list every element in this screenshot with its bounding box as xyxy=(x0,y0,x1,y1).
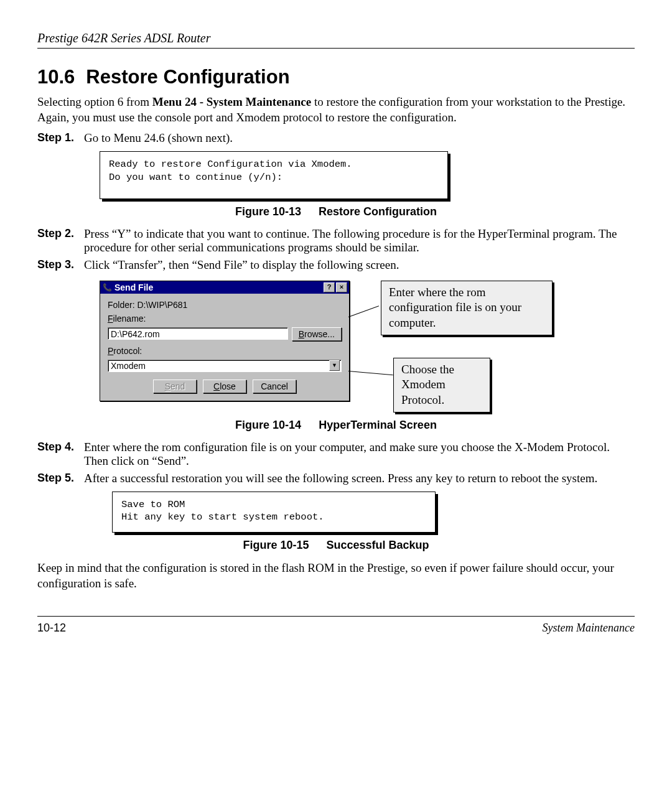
step-2: Step 2. Press “Y” to indicate that you w… xyxy=(37,227,635,254)
dialog-title: Send File xyxy=(114,282,153,292)
figure-10-14-title: HyperTerminal Screen xyxy=(319,419,437,431)
intro-pre: Selecting option 6 from xyxy=(37,95,152,108)
callouts: Enter where the rom configuration file i… xyxy=(381,281,553,412)
callout-protocol: Choose the Xmodem Protocol. xyxy=(393,358,490,412)
closing-paragraph: Keep in mind that the configuration is s… xyxy=(37,561,635,591)
figure-10-15-caption: Figure 10-15Successful Backup xyxy=(37,539,635,552)
send-button[interactable]: Send xyxy=(153,380,197,393)
step-3-label: Step 3. xyxy=(37,258,84,272)
step-2-label: Step 2. xyxy=(37,227,84,254)
figure-10-13-num: Figure 10-13 xyxy=(235,205,301,218)
terminal-box-2: Save to ROM Hit any key to start system … xyxy=(112,492,436,533)
step-1-body: Go to Menu 24.6 (shown next). xyxy=(84,131,635,145)
filename-input[interactable]: D:\P642.rom xyxy=(108,327,288,340)
filename-label: Filename: xyxy=(108,314,146,324)
section-title: Restore Configuration xyxy=(86,66,289,88)
leader-line-1 xyxy=(348,305,379,317)
protocol-select[interactable]: Xmodem ▼ xyxy=(108,360,342,372)
terminal-box-2-wrap: Save to ROM Hit any key to start system … xyxy=(112,492,436,533)
figure-10-14-caption: Figure 10-14HyperTerminal Screen xyxy=(37,419,635,432)
figure-10-15-num: Figure 10-15 xyxy=(243,539,309,551)
step-3: Step 3. Click “Transfer”, then “Send Fil… xyxy=(37,258,635,272)
step-5-label: Step 5. xyxy=(37,472,84,485)
dialog-titlebar[interactable]: 📞 Send File ? × xyxy=(100,281,349,294)
intro-paragraph: Selecting option 6 from Menu 24 - System… xyxy=(37,95,635,125)
close-button[interactable]: × xyxy=(336,282,347,292)
figure-10-13-title: Restore Configuration xyxy=(319,205,437,218)
step-4: Step 4. Enter where the rom configuratio… xyxy=(37,440,635,468)
footer-section: System Maintenance xyxy=(543,622,635,635)
callout-filename: Enter where the rom configuration file i… xyxy=(381,281,553,335)
figure-10-13-caption: Figure 10-13Restore Configuration xyxy=(37,205,635,218)
cancel-button[interactable]: Cancel xyxy=(253,380,296,393)
terminal-box-1: Ready to restore Configuration via Xmode… xyxy=(100,151,448,198)
step-4-body: Enter where the rom configuration file i… xyxy=(84,440,635,468)
intro-bold: Menu 24 - System Maintenance xyxy=(152,95,311,108)
chevron-down-icon[interactable]: ▼ xyxy=(329,360,340,371)
step-4-label: Step 4. xyxy=(37,440,84,468)
figure-10-15-title: Successful Backup xyxy=(326,539,429,551)
step-2-body: Press “Y” to indicate that you want to c… xyxy=(84,227,635,254)
figure-10-14-num: Figure 10-14 xyxy=(235,419,301,431)
section-number: 10.6 xyxy=(37,66,75,88)
close-dialog-button[interactable]: Close xyxy=(203,380,246,393)
send-file-dialog: 📞 Send File ? × Folder: D:\WIP\P681 File… xyxy=(100,281,350,401)
running-header: Prestige 642R Series ADSL Router xyxy=(37,31,635,49)
section-heading: 10.6Restore Configuration xyxy=(37,66,635,88)
step-1-label: Step 1. xyxy=(37,131,84,145)
dialog-body: Folder: D:\WIP\P681 Filename: D:\P642.ro… xyxy=(100,294,349,401)
step-3-body: Click “Transfer”, then “Send File” to di… xyxy=(84,258,635,272)
help-button[interactable]: ? xyxy=(324,282,335,292)
folder-label: Folder: D:\WIP\P681 xyxy=(108,300,187,310)
protocol-value: Xmodem xyxy=(111,361,329,371)
step-5: Step 5. After a successful restoration y… xyxy=(37,472,635,485)
protocol-label: Protocol: xyxy=(108,346,142,356)
page-number: 10-12 xyxy=(37,622,543,635)
browse-button[interactable]: Browse... xyxy=(292,327,342,341)
step-5-body: After a successful restoration you will … xyxy=(84,472,635,485)
terminal-box-1-wrap: Ready to restore Configuration via Xmode… xyxy=(100,151,448,198)
page-footer: 10-12 System Maintenance xyxy=(37,617,635,635)
step-1: Step 1. Go to Menu 24.6 (shown next). xyxy=(37,131,635,145)
app-icon: 📞 xyxy=(102,282,112,292)
dialog-screenshot-area: 📞 Send File ? × Folder: D:\WIP\P681 File… xyxy=(100,281,635,412)
